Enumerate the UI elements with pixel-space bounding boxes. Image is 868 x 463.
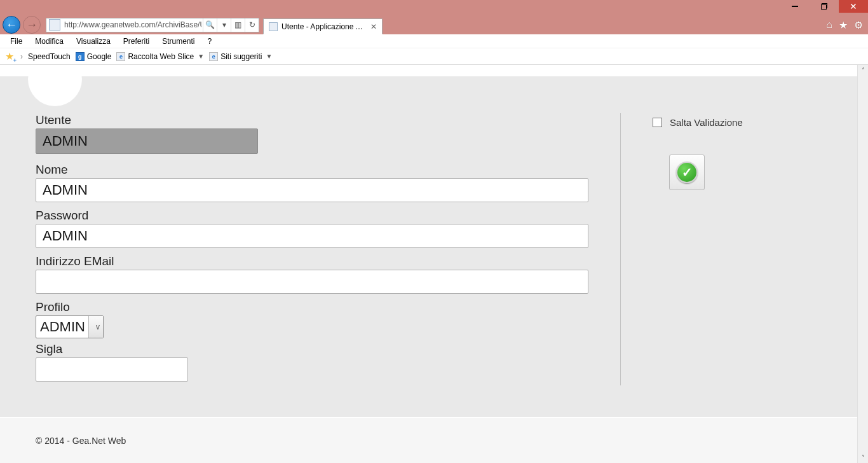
password-input[interactable] — [36, 224, 588, 248]
user-form: Utente ADMIN Nome Password Indirizzo EMa… — [0, 76, 857, 385]
google-icon: g — [76, 52, 85, 61]
sigla-input[interactable] — [36, 357, 188, 382]
compat-view-button[interactable]: ▥ — [231, 18, 245, 32]
chevron-down-icon: ▼ — [198, 53, 204, 60]
fav-label: Google — [87, 52, 112, 61]
label-profilo: Profilo — [36, 300, 595, 314]
nav-right-icons: ⌂ ★ ⚙ — [826, 15, 863, 34]
field-sigla: Sigla — [36, 342, 595, 382]
browser-nav-row: ← → 🔍 ▾ ▥ ↻ Utente - Applicazione ASP...… — [0, 15, 868, 34]
favorites-icon[interactable]: ★ — [839, 19, 848, 31]
label-sigla: Sigla — [36, 342, 595, 356]
page-icon — [49, 19, 60, 31]
vertical-scrollbar[interactable]: ˄ ˅ — [857, 65, 868, 463]
address-bar: 🔍 ▾ ▥ ↻ — [46, 18, 259, 32]
url-input[interactable] — [63, 19, 203, 31]
forward-button[interactable]: → — [23, 16, 41, 34]
favorites-bar: ★ › SpeedTouch g Google e Raccolta Web S… — [0, 48, 868, 65]
fav-label: SpeedTouch — [28, 52, 71, 61]
menu-help[interactable]: ? — [201, 35, 219, 48]
browser-tab[interactable]: Utente - Applicazione ASP.... ✕ — [263, 18, 383, 34]
form-left-column: Utente ADMIN Nome Password Indirizzo EMa… — [36, 113, 595, 385]
field-password: Password — [36, 209, 595, 248]
nome-input[interactable] — [36, 178, 588, 202]
email-input[interactable] — [36, 270, 588, 294]
label-nome: Nome — [36, 163, 595, 177]
tab-favicon — [269, 22, 278, 31]
tools-icon[interactable]: ⚙ — [854, 19, 863, 31]
menu-strumenti[interactable]: Strumenti — [156, 35, 201, 48]
home-icon[interactable]: ⌂ — [826, 19, 832, 31]
chevron-down-icon: v — [96, 322, 100, 331]
chevron-down-icon: ▼ — [266, 53, 273, 60]
salta-validazione-label: Salta Validazione — [670, 117, 743, 128]
refresh-button[interactable]: ↻ — [245, 18, 259, 32]
field-utente: Utente ADMIN — [36, 113, 595, 154]
menu-bar: File Modifica Visualizza Preferiti Strum… — [0, 34, 868, 48]
ie-icon: e — [209, 52, 218, 61]
webslice-icon: e — [116, 52, 125, 61]
page-content: Utente ADMIN Nome Password Indirizzo EMa… — [0, 65, 857, 463]
profilo-value: ADMIN — [40, 319, 85, 335]
label-password: Password — [36, 209, 595, 223]
field-email: Indirizzo EMail — [36, 254, 595, 294]
utente-readonly: ADMIN — [36, 128, 258, 154]
scroll-down-arrow[interactable]: ˅ — [858, 452, 869, 463]
fav-google[interactable]: g Google — [76, 52, 112, 61]
window-controls: ✕ — [780, 0, 868, 15]
minimize-button[interactable] — [780, 0, 810, 13]
close-button[interactable]: ✕ — [839, 0, 868, 13]
tab-strip: Utente - Applicazione ASP.... ✕ — [263, 17, 383, 33]
copyright-text: © 2014 - Gea.Net Web — [36, 436, 126, 446]
favorites-chevron-icon[interactable]: › — [20, 52, 23, 61]
confirm-button[interactable]: ✓ — [669, 155, 705, 190]
menu-visualizza[interactable]: Visualizza — [70, 35, 117, 48]
check-icon: ✓ — [676, 162, 698, 183]
label-email: Indirizzo EMail — [36, 254, 595, 268]
search-button[interactable]: 🔍 — [203, 18, 217, 32]
url-dropdown-button[interactable]: ▾ — [217, 18, 231, 32]
label-utente: Utente — [36, 113, 595, 127]
page-viewport: Utente ADMIN Nome Password Indirizzo EMa… — [0, 65, 868, 463]
scroll-up-arrow[interactable]: ˄ — [858, 65, 869, 76]
fav-siti[interactable]: e Siti suggeriti ▼ — [209, 52, 272, 61]
field-nome: Nome — [36, 163, 595, 202]
profilo-select[interactable]: ADMIN v — [36, 315, 104, 338]
menu-preferiti[interactable]: Preferiti — [117, 35, 156, 48]
page-footer: © 2014 - Gea.Net Web — [0, 417, 857, 463]
back-button[interactable]: ← — [3, 16, 20, 34]
menu-modifica[interactable]: Modifica — [29, 35, 70, 48]
field-profilo: Profilo ADMIN v — [36, 300, 595, 338]
menu-file[interactable]: File — [4, 35, 29, 48]
fav-speedtouch[interactable]: SpeedTouch — [28, 52, 71, 61]
tab-title: Utente - Applicazione ASP.... — [281, 22, 364, 31]
form-right-column: Salta Validazione ✓ — [620, 113, 785, 385]
fav-label: Raccolta Web Slice — [128, 52, 194, 61]
fav-label: Siti suggeriti — [220, 52, 262, 61]
content-header-strip — [0, 65, 857, 76]
add-favorite-icon[interactable]: ★ — [4, 51, 15, 62]
fav-raccolta[interactable]: e Raccolta Web Slice ▼ — [116, 52, 204, 61]
salta-validazione-checkbox[interactable] — [653, 118, 662, 127]
restore-button[interactable] — [810, 0, 839, 13]
tab-close-button[interactable]: ✕ — [370, 22, 377, 31]
window-titlebar: ✕ — [0, 0, 868, 15]
salta-validazione-row: Salta Validazione — [653, 117, 785, 128]
